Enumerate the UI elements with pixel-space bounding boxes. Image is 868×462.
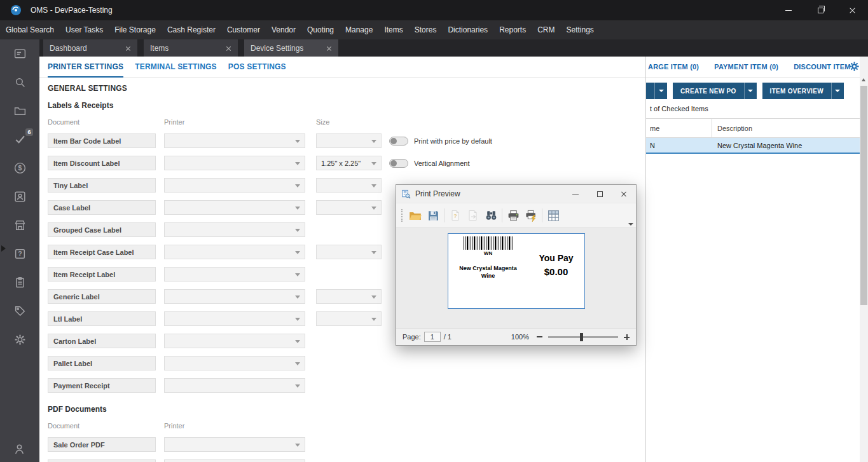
menu-item[interactable]: Items — [378, 20, 408, 39]
printer-dropdown[interactable] — [164, 178, 305, 193]
size-dropdown[interactable] — [316, 311, 382, 326]
menu-item[interactable]: Customer — [221, 20, 266, 39]
document-tab[interactable]: Items — [144, 39, 238, 57]
zoom-slider-thumb[interactable] — [580, 333, 583, 341]
sidebar-expander-icon[interactable] — [1, 245, 6, 252]
gear-icon[interactable] — [13, 333, 27, 346]
printer-dropdown[interactable] — [164, 200, 305, 215]
scroll-up-icon[interactable] — [862, 78, 865, 81]
document-name-field[interactable]: Item Discount Label — [48, 156, 156, 170]
menu-item[interactable]: Global Search — [0, 20, 60, 39]
contacts-icon[interactable] — [13, 190, 27, 203]
menu-item[interactable]: User Tasks — [60, 20, 109, 39]
menu-item[interactable]: Quoting — [301, 20, 340, 39]
menu-item[interactable]: Stores — [409, 20, 443, 39]
item-overview-button[interactable]: ITEM OVERVIEW — [762, 83, 831, 99]
menu-item[interactable]: Settings — [560, 20, 599, 39]
quick-print-icon[interactable] — [522, 207, 540, 224]
document-name-field[interactable]: Sale Order PDF — [48, 437, 156, 452]
menu-item[interactable]: Reports — [493, 20, 532, 39]
tasks-check-icon[interactable]: 6 — [13, 133, 27, 146]
size-dropdown[interactable] — [316, 200, 382, 215]
printer-dropdown[interactable] — [164, 133, 305, 148]
item-tab[interactable]: ARGE ITEM (0) — [648, 63, 699, 71]
printer-dropdown[interactable] — [164, 222, 305, 237]
currency-icon[interactable]: $ — [13, 161, 27, 175]
create-new-po-button[interactable]: CREATE NEW PO — [673, 83, 744, 99]
size-dropdown[interactable] — [316, 178, 382, 193]
cut-button-dropdown[interactable] — [654, 83, 667, 99]
zoom-out-icon[interactable] — [537, 336, 542, 337]
dialog-titlebar[interactable]: Print Preview — [396, 185, 636, 203]
size-dropdown[interactable] — [316, 289, 382, 304]
dialog-close-button[interactable] — [612, 185, 636, 203]
toggle-switch[interactable] — [389, 137, 408, 146]
create-new-po-dropdown[interactable] — [744, 83, 757, 99]
document-name-field[interactable]: Item Bar Code Label — [48, 133, 156, 148]
menu-item[interactable]: Manage — [340, 20, 378, 39]
printer-dropdown[interactable] — [164, 437, 305, 452]
save-icon[interactable] — [424, 207, 442, 224]
printer-dropdown[interactable] — [164, 356, 305, 370]
print-icon[interactable] — [504, 207, 522, 224]
printer-dropdown[interactable] — [164, 378, 305, 393]
item-tab[interactable]: DISCOUNT ITEM — [794, 63, 850, 71]
document-name-field[interactable] — [48, 459, 156, 462]
panel-settings-gear-icon[interactable] — [848, 60, 860, 72]
page-number-input[interactable]: 1 — [424, 332, 441, 342]
item-overview-dropdown[interactable] — [831, 83, 844, 99]
size-dropdown[interactable]: 1.25" x 2.25" — [316, 156, 382, 170]
printer-dropdown[interactable] — [164, 267, 305, 282]
document-name-field[interactable]: Item Receipt Label — [48, 267, 156, 282]
close-button[interactable] — [836, 0, 868, 20]
dialog-maximize-button[interactable] — [588, 185, 612, 203]
close-tab-icon[interactable] — [326, 45, 332, 51]
item-tab[interactable]: PAYMENT ITEM (0) — [714, 63, 778, 71]
close-tab-icon[interactable] — [125, 45, 131, 51]
table-row[interactable]: N New Crystal Magenta Wine — [646, 138, 860, 154]
document-name-field[interactable]: Case Label — [48, 200, 156, 215]
settings-tab[interactable]: PRINTER SETTINGS — [48, 57, 123, 78]
menu-item[interactable]: Vendor — [266, 20, 301, 39]
document-name-field[interactable]: Payment Receipt — [48, 378, 156, 393]
folder-icon[interactable] — [13, 104, 27, 118]
printer-dropdown[interactable] — [164, 245, 305, 259]
toolbar-overflow-icon[interactable] — [628, 223, 633, 226]
settings-tab[interactable]: TERMINAL SETTINGS — [135, 57, 217, 78]
zoom-in-icon[interactable] — [624, 334, 630, 340]
scale-grid-icon[interactable] — [544, 207, 562, 224]
user-icon[interactable] — [13, 442, 26, 456]
clipboard-icon[interactable] — [13, 276, 27, 289]
document-name-field[interactable]: Generic Label — [48, 289, 156, 304]
help-box-icon[interactable]: ? — [13, 247, 27, 261]
restore-button[interactable] — [804, 0, 836, 20]
store-icon[interactable] — [13, 219, 27, 232]
document-name-field[interactable]: Tiny Label — [48, 178, 156, 193]
search-icon[interactable] — [13, 76, 27, 89]
printer-dropdown[interactable] — [164, 311, 305, 326]
document-tab[interactable]: Device Settings — [244, 39, 338, 57]
document-tab[interactable]: Dashboard — [43, 39, 137, 57]
document-name-field[interactable]: Carton Label — [48, 334, 156, 348]
menu-item[interactable]: File Storage — [109, 20, 162, 39]
printer-dropdown[interactable] — [164, 289, 305, 304]
printer-dropdown[interactable] — [164, 459, 305, 462]
toggle-switch[interactable] — [389, 159, 408, 168]
page-arrow-icon[interactable] — [464, 207, 482, 224]
size-dropdown[interactable] — [316, 133, 382, 148]
find-icon[interactable] — [482, 207, 500, 224]
minimize-button[interactable] — [773, 0, 804, 20]
page-question-icon[interactable]: ? — [446, 207, 464, 224]
open-icon[interactable] — [406, 207, 424, 224]
tag-icon[interactable] — [13, 304, 27, 318]
settings-tab[interactable]: POS SETTINGS — [228, 57, 286, 78]
toolbar-grip[interactable] — [401, 209, 403, 222]
size-dropdown[interactable] — [316, 245, 382, 259]
document-name-field[interactable]: Pallet Label — [48, 356, 156, 370]
zoom-slider[interactable] — [548, 336, 618, 338]
cut-button[interactable] — [646, 83, 654, 99]
printer-dropdown[interactable] — [164, 156, 305, 170]
document-name-field[interactable]: Item Receipt Case Label — [48, 245, 156, 259]
column-header-description[interactable]: Description — [712, 119, 752, 137]
menu-item[interactable]: Dictionaries — [442, 20, 493, 39]
